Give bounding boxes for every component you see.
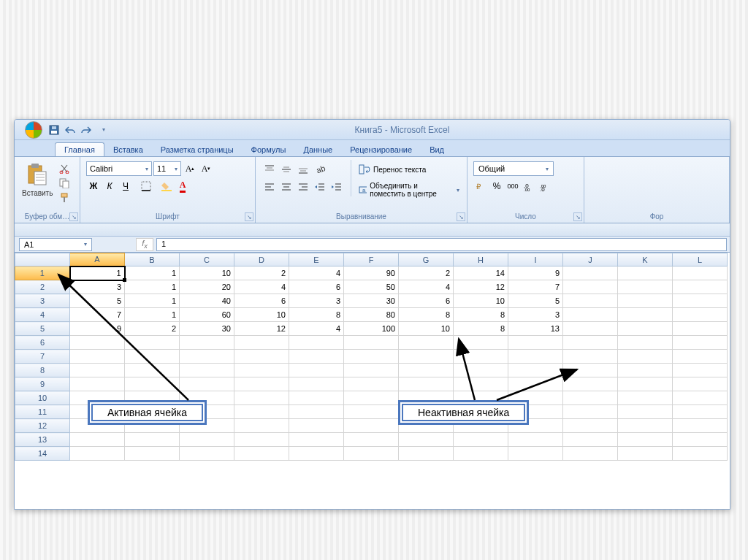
cell-H6[interactable] [454,336,508,350]
cell-K4[interactable] [618,308,673,322]
column-header-I[interactable]: I [508,253,563,266]
cell-H9[interactable] [454,377,508,391]
row-header-4[interactable]: 4 [15,308,70,322]
row-header-3[interactable]: 3 [15,294,70,308]
cell-F5[interactable]: 100 [344,322,399,336]
cell-K11[interactable] [618,405,673,419]
cell-F4[interactable]: 80 [344,308,399,322]
cell-L7[interactable] [673,350,728,364]
cell-L14[interactable] [673,447,728,461]
column-header-J[interactable]: J [563,253,618,266]
cell-A5[interactable]: 9 [70,322,125,336]
cell-D2[interactable]: 4 [234,280,289,294]
cell-G14[interactable] [399,447,454,461]
cell-D3[interactable]: 6 [234,294,289,308]
percent-format-button[interactable]: % [489,179,504,193]
cell-B3[interactable]: 1 [125,294,180,308]
office-button[interactable] [20,121,47,139]
cell-G2[interactable]: 4 [399,280,454,294]
orientation-button[interactable]: ab [312,161,328,177]
cell-A3[interactable]: 5 [70,294,125,308]
cell-E3[interactable]: 3 [289,294,344,308]
decrease-indent-button[interactable] [312,179,328,195]
font-dialog-launcher[interactable]: ↘ [245,212,253,221]
cell-L2[interactable] [673,280,728,294]
cell-J8[interactable] [563,364,618,377]
cell-F3[interactable]: 30 [344,294,399,308]
paste-button[interactable]: Вставить [19,160,56,200]
cell-C14[interactable] [180,447,234,461]
cell-L9[interactable] [673,377,728,391]
cell-L1[interactable] [673,266,728,280]
cell-H13[interactable] [454,433,508,447]
cell-A7[interactable] [70,350,125,364]
cell-D14[interactable] [234,447,289,461]
row-header-7[interactable]: 7 [15,350,70,364]
cell-J5[interactable] [563,322,618,336]
cell-J11[interactable] [563,405,618,419]
cell-B13[interactable] [125,433,180,447]
fill-color-button[interactable] [159,179,174,193]
cell-I6[interactable] [508,336,563,350]
cell-G13[interactable] [399,433,454,447]
row-header-2[interactable]: 2 [15,280,70,294]
cell-F2[interactable]: 50 [344,280,399,294]
cell-F6[interactable] [344,336,399,350]
row-header-10[interactable]: 10 [15,391,70,405]
cell-G6[interactable] [399,336,454,350]
cell-E9[interactable] [289,377,344,391]
grow-font-button[interactable]: A▴ [183,161,197,176]
row-header-12[interactable]: 12 [15,419,70,433]
align-center-button[interactable] [278,179,294,195]
underline-button[interactable]: Ч [118,179,133,193]
cell-G8[interactable] [399,364,454,377]
tab-Главная[interactable]: Главная [55,142,104,156]
cell-K9[interactable] [618,377,673,391]
cell-J3[interactable] [563,294,618,308]
cell-A13[interactable] [70,433,125,447]
cell-F12[interactable] [344,419,399,433]
column-header-G[interactable]: G [399,253,454,266]
column-header-C[interactable]: C [180,253,234,266]
cell-B6[interactable] [125,336,180,350]
cell-K2[interactable] [618,280,673,294]
cell-L3[interactable] [673,294,728,308]
merge-center-button[interactable]: a Объединить и поместить в центре ▾ [356,180,462,199]
cell-K6[interactable] [618,336,673,350]
cell-G1[interactable]: 2 [399,266,454,280]
cell-J12[interactable] [563,419,618,433]
cell-K1[interactable] [618,266,673,280]
cell-E5[interactable]: 4 [289,322,344,336]
italic-button[interactable]: К [102,179,117,193]
cell-H3[interactable]: 10 [454,294,508,308]
cell-L5[interactable] [673,322,728,336]
cell-L12[interactable] [673,419,728,433]
qat-customize-icon[interactable]: ▾ [98,124,110,136]
cell-F7[interactable] [344,350,399,364]
increase-indent-button[interactable] [329,179,345,195]
cell-L10[interactable] [673,391,728,405]
clipboard-dialog-launcher[interactable]: ↘ [69,212,78,221]
cell-H4[interactable]: 8 [454,308,508,322]
number-format-select[interactable]: Общий ▾ [473,161,554,176]
cell-C4[interactable]: 60 [180,308,234,322]
cell-B9[interactable] [125,377,180,391]
cell-K5[interactable] [618,322,673,336]
cell-F10[interactable] [344,391,399,405]
cell-C2[interactable]: 20 [180,280,234,294]
cell-B5[interactable]: 2 [125,322,180,336]
cell-C1[interactable]: 10 [180,266,234,280]
column-header-A[interactable]: A [70,253,125,266]
cell-J13[interactable] [563,433,618,447]
cell-E6[interactable] [289,336,344,350]
cell-J14[interactable] [563,447,618,461]
cell-F14[interactable] [344,447,399,461]
cell-E1[interactable]: 4 [289,266,344,280]
column-header-H[interactable]: H [454,253,508,266]
row-header-6[interactable]: 6 [15,336,70,350]
cell-H1[interactable]: 14 [454,266,508,280]
cut-icon[interactable] [58,163,70,174]
cell-I8[interactable] [508,364,563,377]
cell-H5[interactable]: 8 [454,322,508,336]
cell-H8[interactable] [454,364,508,377]
